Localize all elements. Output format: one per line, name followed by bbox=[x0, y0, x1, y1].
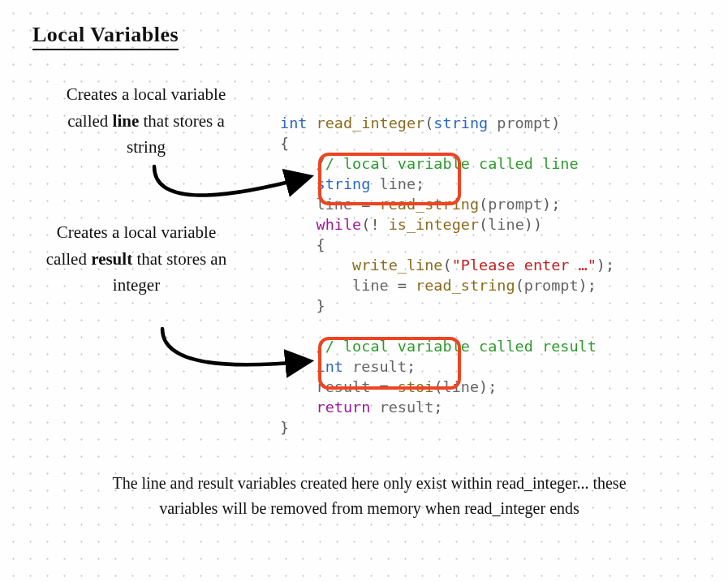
annotation-keyword: result bbox=[91, 249, 132, 269]
code-token: ; bbox=[433, 399, 442, 416]
code-token: ( bbox=[443, 257, 452, 274]
code-token: ; bbox=[605, 257, 614, 274]
code-token: = bbox=[361, 196, 370, 213]
code-token: ) bbox=[579, 277, 588, 294]
code-token: read_string bbox=[380, 196, 480, 213]
code-token: prompt bbox=[524, 277, 579, 294]
code-token: ( bbox=[479, 196, 488, 213]
code-token: stoi bbox=[398, 378, 434, 395]
code-token: read_integer bbox=[317, 114, 425, 131]
code-token: { bbox=[280, 135, 289, 152]
code-token: ( bbox=[479, 216, 488, 233]
code-comment: // local variable called result bbox=[317, 338, 597, 355]
code-token: result bbox=[352, 358, 407, 375]
code-token: line bbox=[488, 216, 524, 233]
annotation-result: Creates a local variable called result t… bbox=[39, 219, 234, 299]
code-token: } bbox=[317, 297, 325, 314]
code-token: ; bbox=[488, 378, 497, 395]
code-token: result bbox=[380, 399, 434, 416]
code-token: ) bbox=[542, 196, 551, 213]
code-token: read_string bbox=[416, 277, 515, 294]
code-token: ( bbox=[424, 114, 433, 131]
code-token: line bbox=[352, 277, 389, 294]
code-token: ( bbox=[361, 216, 370, 233]
code-token: ) bbox=[479, 378, 488, 395]
code-token: = bbox=[398, 277, 407, 294]
code-token: prompt bbox=[497, 114, 551, 131]
code-token: ! bbox=[370, 216, 379, 233]
code-token: ( bbox=[515, 277, 524, 294]
code-token: string bbox=[433, 114, 488, 131]
code-token: write_line bbox=[352, 257, 442, 274]
code-token: } bbox=[280, 419, 289, 436]
code-token: ( bbox=[433, 378, 442, 395]
code-token: ) bbox=[524, 216, 533, 233]
code-token: line bbox=[380, 175, 416, 192]
code-token: ; bbox=[551, 196, 560, 213]
code-token: string bbox=[317, 175, 371, 192]
code-token: result bbox=[317, 378, 371, 395]
code-token: { bbox=[317, 236, 325, 253]
code-token: "Please enter …" bbox=[452, 257, 597, 274]
code-token: int bbox=[280, 114, 307, 131]
footer-annotation: The line and result variables created he… bbox=[97, 471, 641, 521]
code-token: return bbox=[317, 399, 371, 416]
code-token: ) bbox=[551, 114, 560, 131]
annotation-text: that stores a string bbox=[127, 111, 225, 157]
code-token: ) bbox=[597, 257, 605, 274]
code-token: ; bbox=[588, 277, 597, 294]
code-token: ) bbox=[533, 216, 542, 233]
code-token: = bbox=[380, 378, 389, 395]
code-comment: // local variable called line bbox=[317, 155, 579, 172]
code-token: is_integer bbox=[389, 216, 479, 233]
code-token: line bbox=[317, 196, 353, 213]
page-title: Local Variables bbox=[32, 23, 179, 50]
code-block: int read_integer(string prompt) { // loc… bbox=[280, 114, 614, 438]
annotation-line: Creates a local variable called line tha… bbox=[49, 81, 243, 161]
code-token: prompt bbox=[488, 196, 542, 213]
code-token: ; bbox=[407, 358, 416, 375]
code-token: while bbox=[317, 216, 362, 233]
code-token: line bbox=[443, 378, 480, 395]
code-token: int bbox=[317, 358, 343, 375]
annotation-keyword: line bbox=[113, 111, 140, 131]
code-token: ; bbox=[416, 175, 424, 192]
